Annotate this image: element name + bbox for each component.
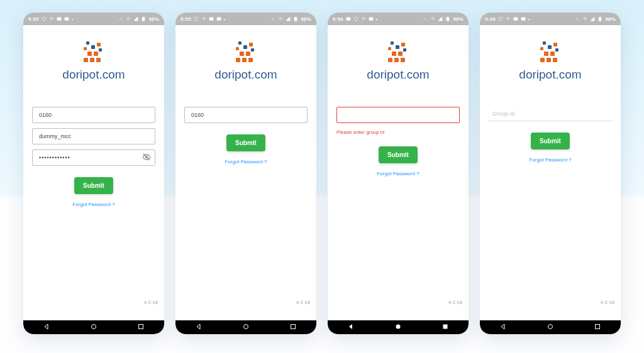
whatsapp-icon [498,16,503,21]
location-icon [361,16,366,21]
battery-icon [445,16,450,21]
svg-point-18 [362,18,364,19]
phone-gallery: 5:35 • 98% [0,0,644,347]
group-id-field[interactable] [336,107,460,123]
error-message: Please enter group id [336,129,460,135]
svg-rect-4 [142,17,145,21]
nav-home-icon[interactable] [394,322,402,333]
svg-point-1 [50,18,52,19]
svg-rect-12 [217,18,221,21]
login-form [184,107,308,123]
forgot-password-link[interactable]: Forgot Password ? [225,159,267,165]
nav-back-icon[interactable] [499,322,507,333]
svg-rect-13 [294,17,297,21]
signal-icon [133,16,138,21]
svg-point-0 [42,17,46,21]
status-bar: 5:35 • 98% [23,13,164,25]
wifi-icon [582,16,587,21]
version-label: 4.2.18 [296,300,310,305]
username-field[interactable] [32,128,155,144]
screen-content: doripot.com Please enter group id Submit… [328,25,469,320]
nav-recent-icon[interactable] [594,322,601,333]
svg-rect-8 [138,325,143,329]
svg-point-14 [243,325,248,329]
status-time: 5:49 [485,16,496,22]
signal-icon [590,16,595,21]
group-id-input[interactable] [342,111,454,119]
svg-point-10 [203,18,204,19]
group-id-input[interactable] [491,110,609,117]
brand-logo: doripot.com [214,39,277,82]
nav-recent-icon[interactable] [441,322,449,333]
phone-4: 5:49 • 98% [480,13,621,334]
nav-home-icon[interactable] [90,322,97,333]
brand-logo: doripot.com [519,39,581,82]
location-icon [201,16,206,21]
nav-recent-icon[interactable] [137,322,145,333]
status-time: 5:56 [333,16,343,22]
brand-logo: doripot.com [62,39,125,82]
status-bar: 5:49 • 98% [480,13,621,25]
submit-button[interactable]: Submit [531,133,570,149]
submit-button[interactable]: Submit [379,146,418,163]
svg-rect-3 [65,18,69,21]
nav-bar [23,320,164,334]
msg2-icon [216,16,221,21]
msg1-icon [346,16,351,21]
status-time: 5:35 [28,16,39,22]
nav-back-icon[interactable] [347,322,355,333]
nav-recent-icon[interactable] [289,322,297,333]
forgot-password-link[interactable]: Forgot Password ? [529,157,571,163]
more-icon: • [528,17,530,21]
svg-point-7 [91,325,96,329]
screen-content: doripot.com Submit Forgot Password ? 4. [23,25,164,320]
group-id-field[interactable] [489,107,612,121]
brand-name: doripot.com [519,68,581,82]
eye-off-icon[interactable] [142,153,151,164]
group-id-input[interactable] [38,111,150,119]
nav-bar [328,320,469,334]
more-icon: • [72,17,74,21]
nav-back-icon[interactable] [195,322,203,333]
password-input[interactable] [38,154,150,161]
msg2-icon [369,16,374,21]
nav-bar [480,320,621,334]
wifi-icon [278,16,283,21]
nav-bar [175,320,316,334]
battery-pct: 98% [301,16,311,22]
svg-rect-11 [209,18,213,21]
group-id-field[interactable] [184,107,308,123]
forgot-password-link[interactable]: Forgot Password ? [72,202,114,207]
nav-home-icon[interactable] [547,322,554,333]
group-id-input[interactable] [190,111,302,119]
submit-button[interactable]: Submit [74,177,113,194]
whatsapp-icon [42,16,47,21]
phone-3: 5:56 • 98% [328,13,469,334]
battery-pct: 98% [453,16,464,22]
battery-pct: 98% [605,16,616,22]
status-bar: 5:55 • 98% [175,13,316,25]
signal-icon [438,16,443,21]
battery-pct: 98% [148,16,159,22]
location-icon [506,16,511,21]
more-icon: • [224,17,226,21]
nav-home-icon[interactable] [242,322,250,333]
status-bar: 5:56 • 98% [328,13,469,25]
whatsapp-icon [353,16,358,21]
brand-name: doripot.com [214,68,277,82]
wifi-share-icon [423,16,428,21]
nav-back-icon[interactable] [43,322,50,333]
svg-rect-26 [521,18,525,21]
msg1-icon [209,16,214,21]
submit-button[interactable]: Submit [226,134,265,151]
forgot-password-link[interactable]: Forgot Password ? [377,171,419,176]
svg-rect-29 [595,325,599,329]
username-input[interactable] [38,133,150,140]
msg1-icon [513,16,518,21]
svg-point-24 [507,18,509,19]
version-label: 4.2.18 [448,300,462,305]
group-id-field[interactable] [32,107,155,123]
password-field[interactable] [32,149,155,166]
svg-rect-27 [599,17,601,21]
battery-icon [293,16,298,21]
